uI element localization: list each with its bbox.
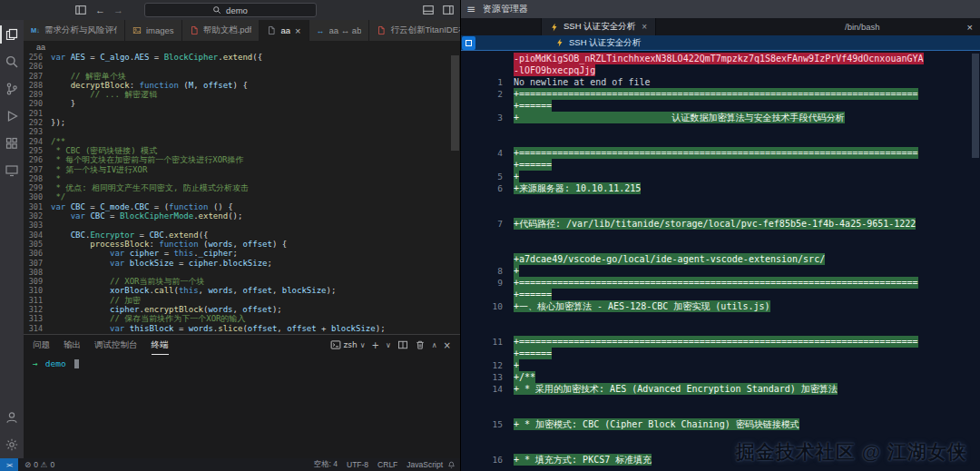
status-item[interactable]: JavaScript xyxy=(407,460,443,469)
diff-text: +代码路径: /var/lib/titanide/storage/local/p… xyxy=(514,218,916,230)
app-icon[interactable] xyxy=(462,36,475,50)
code-text: /** xyxy=(51,137,65,146)
line-number: 296 xyxy=(24,155,51,164)
code-line: 308 xyxy=(24,268,460,277)
workbench: M↓需求分析与风险评估.mdimages帮助文档.pdfaa×↔aa ↔ ab行… xyxy=(0,20,460,458)
editor-tab[interactable]: 帮助文档.pdf xyxy=(182,20,260,41)
code-line: 291 xyxy=(24,109,460,118)
run-debug-icon[interactable] xyxy=(0,106,24,126)
code-editor[interactable]: 256var AES = C_algo.AES = BlockCipher.ex… xyxy=(24,53,460,334)
diff-line-number: 8 xyxy=(461,265,514,277)
line-number: 309 xyxy=(24,277,51,286)
editor-tab[interactable]: aa× xyxy=(260,20,309,41)
line-number: 304 xyxy=(24,231,51,240)
panel-tab[interactable]: 终端 xyxy=(152,335,169,355)
diff-row xyxy=(461,324,980,336)
tab-label: 需求分析与风险评估.md xyxy=(44,25,117,36)
editor-tab[interactable]: images xyxy=(125,20,182,41)
toggle-secondary-sidebar-icon[interactable] xyxy=(442,4,455,16)
remote-icon[interactable] xyxy=(0,161,24,181)
diff-line-number: 10 xyxy=(461,300,514,312)
line-number: 290 xyxy=(24,99,51,108)
editor-tab[interactable]: M↓需求分析与风险评估.md xyxy=(24,20,125,41)
diff-text: + * 填充方式: PKCS7 标准填充 xyxy=(514,454,652,466)
line-number: 288 xyxy=(24,81,51,90)
line-number: 314 xyxy=(24,324,51,333)
terminal[interactable]: → demo xyxy=(24,355,460,458)
close-panel-icon[interactable]: × xyxy=(444,340,451,350)
line-number: 292 xyxy=(24,118,51,127)
shell-path-label[interactable]: /bin/bash xyxy=(845,22,880,32)
editor-scrollbar[interactable] xyxy=(451,55,459,151)
menu-icon[interactable]: ≡ xyxy=(466,3,475,15)
bolt-icon xyxy=(555,38,564,47)
code-text: var AES = C_algo.AES = BlockCipher.exten… xyxy=(51,53,262,62)
maximize-panel-icon[interactable]: ∧ xyxy=(432,341,437,349)
diff-row xyxy=(461,407,980,418)
diff-text: +=======================================… xyxy=(514,147,918,159)
code-line: 305 processBlock: function (words, offse… xyxy=(24,240,460,249)
close-strip-icon[interactable]: × xyxy=(967,22,973,33)
status-item[interactable]: CRLF xyxy=(377,460,397,469)
diff-text: +====== xyxy=(514,159,552,171)
diff-text: +一、核心加密算法 - AES-128-CBC 加密实现 (utils.js) xyxy=(514,300,770,312)
line-number: 256 xyxy=(24,53,51,62)
forward-button[interactable]: → xyxy=(113,5,123,15)
warning-icon: ⚠ xyxy=(41,460,48,469)
search-icon[interactable] xyxy=(0,52,24,72)
toggle-panel-icon[interactable] xyxy=(422,4,435,16)
code-lines: 256var AES = C_algo.AES = BlockCipher.ex… xyxy=(24,53,460,333)
command-center[interactable]: demo xyxy=(144,3,317,17)
code-text: decryptBlock: function (M, offset) { xyxy=(51,81,248,90)
terminal-tab[interactable]: SSH 认证安全分析 × xyxy=(541,18,656,35)
source-control-icon[interactable] xyxy=(0,79,24,99)
split-terminal-icon[interactable] xyxy=(397,339,408,350)
code-line: 299 * 优点: 相同明文产生不同密文, 防止模式分析攻击 xyxy=(24,183,460,192)
code-text: * xyxy=(51,174,61,183)
close-icon[interactable]: × xyxy=(642,22,647,32)
toggle-sidebar-icon[interactable] xyxy=(74,4,87,16)
status-item[interactable]: 空格: 4 xyxy=(314,459,338,470)
diff-row: 15+ * 加密模式: CBC (Cipher Block Chaining) … xyxy=(461,418,980,430)
terminal-line: → demo xyxy=(33,358,451,368)
editor-tab[interactable]: ↔aa ↔ ab xyxy=(309,20,370,41)
problems-status[interactable]: ⊘ 0 ⚠ 0 xyxy=(24,460,54,469)
panel-tab[interactable]: 调试控制台 xyxy=(94,335,138,355)
diff-row: +a7dcae49/vscode-go/local/ide-agent-vsco… xyxy=(461,253,980,265)
close-icon[interactable]: × xyxy=(295,25,300,36)
code-text: processBlock: function (words, offset) { xyxy=(51,240,287,249)
panel-tab[interactable]: 输出 xyxy=(64,335,81,355)
terminal-session-label[interactable]: SSH 认证安全分析 xyxy=(555,37,641,49)
extensions-icon[interactable] xyxy=(0,133,24,153)
code-text: // ... 解密逻辑 xyxy=(51,90,157,99)
diff-row: 12+ xyxy=(461,359,980,371)
remote-indicator[interactable]: >< xyxy=(0,458,18,471)
new-terminal-button[interactable]: + xyxy=(372,340,379,350)
title-bar: ← → demo xyxy=(0,0,460,20)
terminal-output[interactable]: -pioMdKigSOB_nRZLTinchhxexN38LO422QmT7mp… xyxy=(461,51,980,471)
kill-terminal-icon[interactable] xyxy=(415,339,426,350)
bell-icon[interactable] xyxy=(447,461,456,469)
terminal-tab-label: SSH 认证安全分析 xyxy=(564,21,635,33)
new-terminal-dropdown-icon[interactable]: ∨ xyxy=(386,341,391,349)
diff-row xyxy=(461,230,980,241)
scrollbar-thumb[interactable] xyxy=(972,54,979,158)
shell-selector[interactable]: zsh ∨ xyxy=(330,339,366,350)
account-icon[interactable] xyxy=(0,407,24,427)
diff-row: 14+ * 采用的加密技术: AES (Advanced Encryption … xyxy=(461,383,980,395)
terminal-title-bar: SSH 认证安全分析 xyxy=(461,35,980,51)
status-item[interactable]: UTF-8 xyxy=(347,460,368,469)
back-button[interactable]: ← xyxy=(95,5,105,15)
editor-tab[interactable]: 行云创新TitanIDE在数据要... xyxy=(369,20,460,41)
breadcrumb[interactable]: aa xyxy=(24,41,460,53)
explorer-menu-label[interactable]: 资源管理器 xyxy=(483,3,528,15)
settings-gear-icon[interactable] xyxy=(0,435,24,455)
panel-tab[interactable]: 问题 xyxy=(33,335,50,355)
diff-text: + * 采用的加密技术: AES (Advanced Encryption St… xyxy=(514,383,838,395)
panel-tabs: 问题输出调试控制台终端 xyxy=(33,335,182,355)
diff-icon: ↔ xyxy=(317,26,325,35)
app-icon-glyph xyxy=(466,40,472,46)
files-icon[interactable] xyxy=(0,25,24,44)
diff-text: + xyxy=(514,171,519,182)
prompt-arrow: → xyxy=(33,358,38,368)
